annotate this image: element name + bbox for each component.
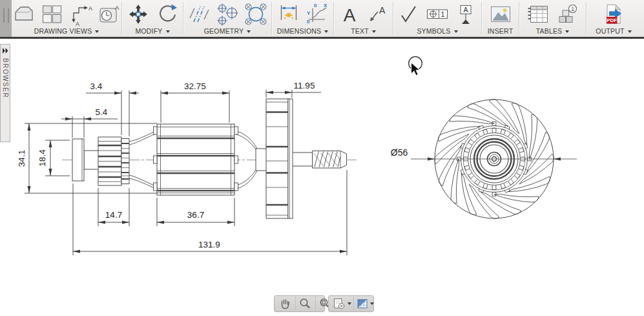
output-menu[interactable]: OUTPUT <box>596 28 631 35</box>
sheet-settings-icon <box>332 297 346 310</box>
section-label: OUTPUT <box>596 28 624 35</box>
drawing-views-menu[interactable]: DRAWING VIEWS <box>34 28 99 35</box>
parts-list-icon: 1 <box>555 2 579 26</box>
dimensions-menu[interactable]: DIMENSIONS <box>277 28 329 35</box>
section-label: DIMENSIONS <box>277 28 322 35</box>
dim-commutator-diameter[interactable]: 18.4 <box>37 140 70 176</box>
ordinate-dimension-button[interactable]: 0 X Y 0 <box>304 1 331 27</box>
svg-text:X: X <box>324 3 327 8</box>
feature-control-frame-icon: 1 <box>425 2 450 26</box>
pan-button[interactable] <box>276 297 295 311</box>
svg-text:A: A <box>88 5 92 12</box>
shaft-left <box>84 151 99 169</box>
detail-view-button[interactable]: A <box>96 1 123 27</box>
projected-view-button[interactable] <box>39 1 66 27</box>
ribbon-section-symbols: 1 A SYMBOLS <box>393 0 481 37</box>
svg-text:A: A <box>343 5 355 25</box>
section-label: INSERT <box>488 28 514 35</box>
drawing-sheet[interactable]: 3.4 5.4 32.75 11.95 34.1 <box>0 39 644 316</box>
output-pdf-button[interactable]: PDF <box>599 1 628 27</box>
washer <box>72 139 84 181</box>
text-icon: A <box>337 2 362 26</box>
svg-text:14.7: 14.7 <box>105 210 122 220</box>
projected-view-icon <box>40 2 65 26</box>
table-button[interactable] <box>525 1 552 27</box>
dim-fan-width[interactable]: 11.95 <box>266 81 321 98</box>
dim-core-length[interactable]: 36.7 <box>157 198 234 226</box>
surface-finish-button[interactable] <box>395 1 422 27</box>
modify-menu[interactable]: MODIFY <box>135 28 169 35</box>
dimension-button[interactable] <box>275 1 302 27</box>
section-view-button[interactable]: A A <box>67 1 94 27</box>
grid-display-button[interactable] <box>353 297 376 311</box>
feature-control-frame-button[interactable]: 1 <box>424 1 451 27</box>
ribbon: A A A DRAWING VIEWS <box>0 0 644 39</box>
base-view-button[interactable] <box>10 1 37 27</box>
commutator <box>98 137 129 185</box>
dropdown-arrow-icon <box>324 30 328 33</box>
insert-menu[interactable]: INSERT <box>488 28 514 35</box>
dropdown-arrow-icon <box>628 30 632 33</box>
zoom-icon <box>298 297 313 310</box>
dropdown-arrow-icon <box>372 30 376 33</box>
parts-list-button[interactable]: 1 <box>554 1 581 27</box>
rotate-button[interactable] <box>153 1 180 27</box>
svg-text:34.1: 34.1 <box>17 150 26 167</box>
svg-text:A: A <box>76 21 79 26</box>
shaft-right <box>292 153 313 166</box>
svg-text:Ø56: Ø56 <box>391 147 408 158</box>
svg-text:5.4: 5.4 <box>96 107 108 117</box>
document-settings-toolbar <box>328 295 374 312</box>
ribbon-section-text: A A TEXT <box>334 0 393 37</box>
ribbon-section-modify: MODIFY <box>122 0 183 37</box>
pan-hand-icon <box>278 297 293 310</box>
svg-text:1: 1 <box>571 6 574 12</box>
sheet-settings-button[interactable] <box>330 297 353 311</box>
leader-text-icon: A <box>366 2 390 26</box>
svg-text:18.4: 18.4 <box>37 149 47 167</box>
dim-washer-width[interactable]: 5.4 <box>61 107 118 138</box>
svg-text:A: A <box>379 5 386 16</box>
leader-text-button[interactable]: A <box>364 1 391 27</box>
dim-commutator-cap-width[interactable]: 3.4 <box>86 81 139 136</box>
svg-text:3.4: 3.4 <box>90 81 103 91</box>
insert-image-button[interactable] <box>487 1 514 27</box>
dropdown-arrow-icon <box>166 30 170 33</box>
ribbon-section-dimensions: 0 X Y 0 DIMENSIONS <box>272 0 333 37</box>
datum-identifier-icon: A <box>453 2 478 26</box>
symbols-menu[interactable]: SYMBOLS <box>417 28 457 35</box>
zoom-button[interactable] <box>295 297 315 311</box>
geometry-menu[interactable]: GEOMETRY <box>204 28 251 35</box>
tables-menu[interactable]: TABLES <box>536 28 570 35</box>
image-icon <box>488 2 513 26</box>
armature-core <box>154 124 238 195</box>
dim-fan-diameter[interactable]: Ø56 <box>391 147 561 161</box>
datum-identifier-button[interactable]: A <box>452 1 479 27</box>
move-button[interactable] <box>125 1 152 27</box>
grid-scale-icon <box>356 297 369 310</box>
text-button[interactable]: A <box>336 1 363 27</box>
section-label: MODIFY <box>135 28 162 35</box>
ribbon-section-tables: 1 TABLES <box>519 0 586 37</box>
svg-text:11.95: 11.95 <box>294 81 315 90</box>
ribbon-section-insert: INSERT <box>482 0 519 37</box>
fan-front-view[interactable] <box>411 100 577 219</box>
text-menu[interactable]: TEXT <box>351 28 376 35</box>
center-mark-icon <box>215 2 240 26</box>
section-view-icon: A A <box>68 2 93 26</box>
base-view-icon <box>12 2 36 26</box>
detail-view-icon: A <box>97 2 121 26</box>
center-mark-button[interactable] <box>214 1 241 27</box>
dropdown-arrow-icon <box>348 302 351 305</box>
ribbon-section-drawing-views: A A A DRAWING VIEWS <box>12 0 121 37</box>
bolt-pattern-button[interactable] <box>242 1 269 27</box>
grip-handle-icon <box>3 8 9 23</box>
svg-text:1: 1 <box>441 10 445 18</box>
section-label: TABLES <box>536 28 563 35</box>
dim-lamination-length[interactable]: 32.75 <box>161 81 229 123</box>
dropdown-arrow-icon <box>454 30 458 33</box>
ribbon-section-output: PDF OUTPUT <box>587 0 641 37</box>
svg-text:0: 0 <box>307 19 310 25</box>
dim-commutator-length[interactable]: 14.7 <box>98 188 129 226</box>
centerline-button[interactable] <box>185 1 213 27</box>
